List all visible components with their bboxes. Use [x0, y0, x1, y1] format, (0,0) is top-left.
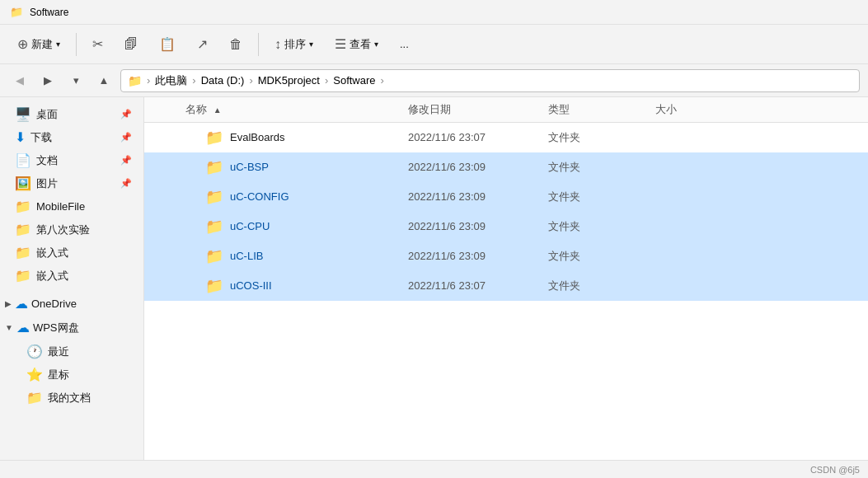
- pin-icon-pictures: 📌: [120, 178, 132, 189]
- pictures-icon: 🖼️: [15, 176, 31, 191]
- file-date-evalboards: 2022/11/6 23:07: [408, 131, 548, 143]
- col-header-type[interactable]: 类型: [548, 102, 655, 117]
- share-icon: ↗: [197, 36, 208, 52]
- col-header-name[interactable]: 名称 ▲: [144, 102, 408, 117]
- sidebar: 🖥️ 桌面 📌 ⬇ 下载 📌 📄 文档 📌 🖼️ 图片 📌 📁 MobileFi…: [0, 97, 144, 460]
- view-button[interactable]: ☰ 查看 ▾: [326, 31, 387, 57]
- pin-icon-desktop: 📌: [120, 109, 132, 120]
- paste-button[interactable]: 📋: [150, 31, 185, 57]
- delete-button[interactable]: 🗑: [220, 32, 251, 57]
- sidebar-item-starred[interactable]: ⭐ 星标: [3, 363, 140, 386]
- up-button[interactable]: ▲: [92, 69, 115, 92]
- sidebar-item-embedded1[interactable]: 📁 嵌入式: [3, 241, 140, 264]
- address-pc[interactable]: 此电脑: [155, 73, 187, 88]
- file-list-body: 📁 EvalBoards 2022/11/6 23:07 文件夹 📁 uC-BS…: [144, 123, 868, 460]
- toolbar-sep-1: [76, 33, 77, 56]
- file-type-ucbsp: 文件夹: [548, 160, 655, 175]
- status-text: CSDN @6j5: [810, 465, 860, 475]
- documents-icon: 📄: [15, 152, 31, 168]
- file-type-ucconfig: 文件夹: [548, 190, 655, 204]
- recent-icon: 🕐: [26, 344, 43, 359]
- file-name-evalboards: 📁 EvalBoards: [144, 129, 408, 147]
- toolbar-sep-2: [258, 33, 259, 56]
- file-date-uccpu: 2022/11/6 23:09: [408, 220, 548, 232]
- table-row[interactable]: 📁 uCOS-III 2022/11/6 23:07 文件夹: [144, 271, 868, 301]
- share-button[interactable]: ↗: [188, 31, 217, 57]
- embedded2-icon: 📁: [15, 268, 31, 284]
- forward-button[interactable]: ▶: [36, 69, 59, 92]
- address-drive[interactable]: Data (D:): [201, 74, 245, 87]
- sidebar-item-desktop[interactable]: 🖥️ 桌面 📌: [3, 103, 140, 125]
- sidebar-item-eighth[interactable]: 📁 第八次实验: [3, 218, 140, 241]
- more-button[interactable]: ...: [391, 33, 418, 55]
- address-folder-icon: 📁: [128, 74, 142, 87]
- mobilefile-icon: 📁: [15, 199, 31, 214]
- file-type-uccpu: 文件夹: [548, 219, 655, 234]
- eighth-icon: 📁: [15, 222, 31, 237]
- sidebar-item-pictures[interactable]: 🖼️ 图片 📌: [3, 172, 140, 194]
- toolbar: ⊕ 新建 ▾ ✂ 🗐 📋 ↗ 🗑 ↕ 排序 ▾ ☰ 查看 ▾ ...: [0, 25, 868, 64]
- title-bar-text: Software: [30, 7, 68, 18]
- file-name-uccpu: 📁 uC-CPU: [144, 218, 408, 236]
- sidebar-item-documents[interactable]: 📄 文档 📌: [3, 149, 140, 171]
- pin-icon-documents: 📌: [120, 155, 132, 166]
- sort-dropdown-arrow: ▾: [309, 40, 313, 49]
- table-row[interactable]: 📁 uC-CONFIG 2022/11/6 23:09 文件夹: [144, 182, 868, 212]
- table-row[interactable]: 📁 uC-BSP 2022/11/6 23:09 文件夹: [144, 152, 868, 182]
- file-area: 名称 ▲ 修改日期 类型 大小 📁 EvalBoards 2022/11/6 2…: [144, 97, 868, 460]
- table-row[interactable]: 📁 uC-CPU 2022/11/6 23:09 文件夹: [144, 212, 868, 241]
- file-name-ucbsp: 📁 uC-BSP: [144, 158, 408, 176]
- copy-button[interactable]: 🗐: [115, 32, 147, 57]
- wps-icon: ☁: [16, 320, 30, 335]
- folder-icon-ucos: 📁: [205, 277, 223, 295]
- nav-bar: ◀ ▶ ▾ ▲ 📁 › 此电脑 › Data (D:) › MDK5projec…: [0, 64, 868, 97]
- view-icon: ☰: [335, 36, 346, 52]
- sidebar-item-embedded2[interactable]: 📁 嵌入式: [3, 265, 140, 287]
- sidebar-item-mobilefile[interactable]: 📁 MobileFile: [3, 195, 140, 218]
- wps-arrow: ▼: [5, 323, 13, 332]
- col-header-date[interactable]: 修改日期: [408, 102, 548, 117]
- file-name-uclib: 📁 uC-LIB: [144, 247, 408, 265]
- file-list-header: 名称 ▲ 修改日期 类型 大小: [144, 97, 868, 123]
- title-bar-icon: 📁: [10, 6, 23, 19]
- table-row[interactable]: 📁 uC-LIB 2022/11/6 23:09 文件夹: [144, 241, 868, 271]
- address-bar[interactable]: 📁 › 此电脑 › Data (D:) › MDK5project › Soft…: [120, 69, 860, 92]
- embedded1-icon: 📁: [15, 245, 31, 260]
- copy-icon: 🗐: [124, 37, 138, 52]
- onedrive-toggle[interactable]: ▶ ☁ OneDrive: [0, 292, 143, 316]
- folder-icon-uccpu: 📁: [205, 218, 223, 236]
- title-bar: 📁 Software: [0, 0, 868, 25]
- main-layout: 🖥️ 桌面 📌 ⬇ 下载 📌 📄 文档 📌 🖼️ 图片 📌 📁 MobileFi…: [0, 97, 868, 460]
- back-button[interactable]: ◀: [8, 69, 31, 92]
- wps-toggle[interactable]: ▼ ☁ WPS网盘: [0, 316, 143, 340]
- file-name-ucconfig: 📁 uC-CONFIG: [144, 188, 408, 206]
- cut-button[interactable]: ✂: [83, 31, 112, 57]
- delete-icon: 🗑: [229, 37, 242, 52]
- address-mdk5[interactable]: MDK5project: [258, 74, 320, 87]
- folder-icon-uclib: 📁: [205, 247, 223, 265]
- onedrive-arrow: ▶: [5, 299, 12, 308]
- view-dropdown-arrow: ▾: [374, 40, 378, 49]
- address-software[interactable]: Software: [333, 74, 375, 87]
- col-header-size[interactable]: 大小: [655, 102, 738, 117]
- file-date-ucbsp: 2022/11/6 23:09: [408, 161, 548, 173]
- paste-icon: 📋: [159, 36, 176, 52]
- sidebar-item-downloads[interactable]: ⬇ 下载 📌: [3, 126, 140, 148]
- file-date-ucos: 2022/11/6 23:07: [408, 279, 548, 292]
- new-button[interactable]: ⊕ 新建 ▾: [8, 31, 69, 57]
- mydocs-icon: 📁: [26, 390, 43, 405]
- sidebar-item-mydocs[interactable]: 📁 我的文档: [3, 387, 140, 409]
- file-name-ucos: 📁 uCOS-III: [144, 277, 408, 295]
- recent-button[interactable]: ▾: [64, 69, 87, 92]
- folder-icon-evalboards: 📁: [205, 129, 223, 147]
- file-type-evalboards: 文件夹: [548, 130, 655, 145]
- sort-button[interactable]: ↕ 排序 ▾: [265, 32, 322, 57]
- new-dropdown-arrow: ▾: [56, 40, 60, 49]
- sidebar-item-recent[interactable]: 🕐 最近: [3, 340, 140, 363]
- file-type-ucos: 文件夹: [548, 279, 655, 293]
- status-bar: CSDN @6j5: [0, 460, 868, 478]
- starred-icon: ⭐: [26, 367, 43, 382]
- desktop-icon: 🖥️: [15, 106, 31, 122]
- table-row[interactable]: 📁 EvalBoards 2022/11/6 23:07 文件夹: [144, 123, 868, 152]
- pin-icon-downloads: 📌: [120, 132, 132, 143]
